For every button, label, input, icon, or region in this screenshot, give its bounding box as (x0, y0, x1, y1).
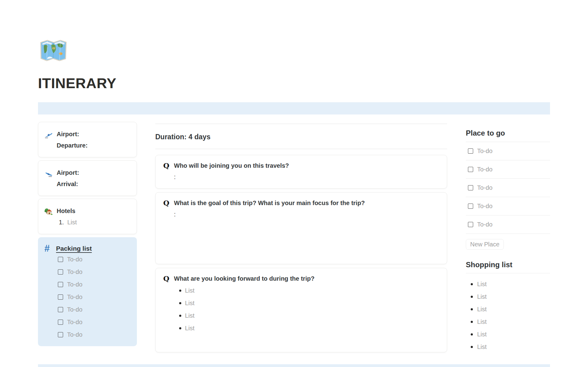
page-title: ITINERARY (38, 75, 116, 92)
duration-block[interactable]: Duration: 4 days (155, 124, 447, 149)
place-row: To-do (466, 197, 550, 215)
todo-label[interactable]: To-do (67, 281, 82, 288)
todo-label[interactable]: To-do (67, 294, 82, 301)
bullet-icon (179, 302, 181, 304)
bullet-icon (471, 283, 473, 285)
todo-label[interactable]: To-do (477, 184, 492, 191)
question-icon: Q (163, 275, 170, 283)
arrival-label[interactable]: Arrival: (57, 180, 79, 188)
top-accent-band (38, 102, 550, 114)
plane-arrival-icon (44, 169, 53, 178)
place-to-go-section: Place to go To-do To-do To-do To-do To-d… (466, 128, 550, 250)
todo-checkbox[interactable] (468, 148, 473, 154)
list-placeholder[interactable]: List (185, 300, 194, 307)
list-item: List (466, 341, 550, 353)
todo-label[interactable]: To-do (67, 319, 82, 326)
answer-placeholder[interactable]: : (174, 210, 447, 218)
todo-label[interactable]: To-do (477, 148, 492, 155)
packing-list-title[interactable]: Packing list (56, 244, 92, 253)
todo-checkbox[interactable] (468, 167, 473, 172)
question-icon: Q (163, 162, 170, 170)
todo-item: To-do (58, 253, 131, 266)
todo-item: To-do (58, 316, 131, 328)
hotels-list-item[interactable]: 1. List (59, 218, 77, 226)
todo-label[interactable]: To-do (477, 166, 492, 173)
bullet-icon (471, 321, 473, 323)
list-item: List (179, 322, 447, 335)
question-card-looking-forward: Q What are you looking forward to during… (155, 268, 447, 352)
list-item: List (466, 316, 550, 328)
todo-checkbox[interactable] (58, 332, 63, 337)
list-placeholder[interactable]: List (185, 287, 194, 294)
bullet-icon (471, 296, 473, 298)
todo-checkbox[interactable] (58, 307, 63, 312)
question-card-goal: Q What is the goal of this trip? What is… (155, 192, 447, 264)
list-item: List (466, 290, 550, 303)
list-placeholder[interactable]: List (477, 306, 487, 313)
question-title: What is the goal of this trip? What is y… (174, 199, 365, 207)
question-title: What are you looking forward to during t… (174, 275, 315, 283)
todo-checkbox[interactable] (468, 222, 473, 227)
list-item: List (179, 309, 447, 322)
departure-label[interactable]: Departure: (57, 141, 88, 149)
list-placeholder[interactable]: List (185, 312, 194, 319)
place-row: To-do (466, 142, 550, 160)
question-title: Who will be joining you on this travels? (174, 162, 289, 170)
todo-item: To-do (58, 291, 131, 303)
todo-checkbox[interactable] (58, 282, 63, 287)
todo-label[interactable]: To-do (67, 331, 82, 338)
list-placeholder[interactable]: List (185, 325, 194, 332)
list-placeholder[interactable]: List (477, 318, 487, 325)
shopping-list-section: Shopping list List List List List List L… (466, 260, 550, 353)
todo-label[interactable]: To-do (67, 256, 82, 263)
list-item: List (466, 278, 550, 290)
airport-label[interactable]: Airport: (57, 169, 79, 177)
bullet-icon (179, 290, 181, 292)
place-row: To-do (466, 179, 550, 197)
hotels-title[interactable]: Hotels (57, 207, 77, 215)
todo-label[interactable]: To-do (477, 221, 492, 228)
todo-checkbox[interactable] (58, 320, 63, 325)
new-place-button[interactable]: New Place (466, 239, 504, 250)
todo-item: To-do (58, 303, 131, 316)
house-garden-icon (44, 208, 53, 216)
bottom-accent-band (38, 364, 550, 367)
departure-card: Airport: Departure: (38, 122, 137, 157)
bullet-icon (179, 327, 181, 329)
place-row: To-do (466, 160, 550, 179)
question-card-companions: Q Who will be joining you on this travel… (155, 155, 447, 189)
todo-item: To-do (58, 278, 131, 291)
place-row: To-do (466, 215, 550, 234)
bullet-icon (179, 315, 181, 317)
todo-checkbox[interactable] (58, 257, 63, 262)
todo-label[interactable]: To-do (67, 306, 82, 313)
list-placeholder[interactable]: List (477, 293, 487, 300)
todo-item: To-do (58, 328, 131, 341)
hash-icon: # (44, 244, 51, 253)
divider (466, 273, 550, 273)
shopping-list-title: Shopping list (466, 260, 550, 270)
list-placeholder[interactable]: List (477, 281, 487, 288)
list-item: List (179, 284, 447, 297)
todo-checkbox[interactable] (58, 269, 63, 275)
arrival-card: Airport: Arrival: (38, 160, 137, 196)
list-placeholder[interactable]: List (477, 331, 487, 338)
list-item: List (466, 303, 550, 316)
list-placeholder[interactable]: List (477, 343, 487, 350)
list-item: List (466, 328, 550, 341)
question-icon: Q (163, 199, 170, 207)
list-placeholder[interactable]: List (67, 218, 77, 226)
list-item: List (179, 297, 447, 309)
todo-label[interactable]: To-do (477, 203, 492, 210)
todo-checkbox[interactable] (58, 294, 63, 300)
todo-item: To-do (58, 266, 131, 278)
answer-placeholder[interactable]: : (174, 173, 447, 181)
todo-checkbox[interactable] (468, 185, 473, 190)
todo-checkbox[interactable] (468, 204, 473, 209)
list-number: 1. (59, 218, 64, 226)
airport-label[interactable]: Airport: (57, 130, 88, 138)
bullet-icon (471, 333, 473, 335)
todo-label[interactable]: To-do (67, 268, 82, 275)
plane-departure-icon (44, 131, 53, 139)
packing-list-card: # Packing list To-do To-do To-do To-do T… (38, 237, 137, 346)
